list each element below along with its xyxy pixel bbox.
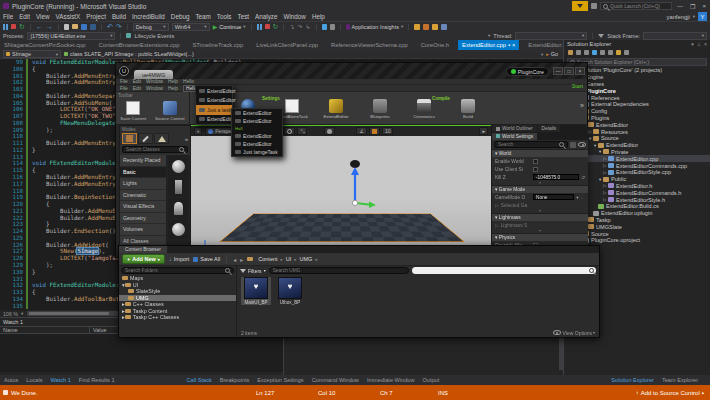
transform-gizmo[interactable]: [333, 157, 377, 221]
checkbox[interactable]: [533, 167, 538, 172]
menu-view[interactable]: View: [33, 13, 53, 20]
import-button[interactable]: ↓Import: [169, 256, 190, 262]
asset-search-input-focused[interactable]: [412, 267, 596, 274]
go-button[interactable]: ▸ Go: [546, 51, 560, 57]
filters-button[interactable]: Filters▾: [240, 268, 266, 274]
menu-item-ExtendEditor[interactable]: ExtendEditor: [196, 115, 232, 125]
feedback-smiley-icon[interactable]: [591, 3, 597, 9]
details-grid-icon[interactable]: [570, 142, 576, 148]
pin-icon[interactable]: ⊥: [697, 41, 701, 47]
content-browser-tab[interactable]: Content Browser: [119, 246, 167, 253]
dropdown[interactable]: None: [533, 194, 574, 200]
feedback-filter-icon[interactable]: [572, 1, 588, 11]
mode-category-Basic[interactable]: Basic: [120, 167, 166, 179]
zoom-level[interactable]: 106 %: [0, 311, 21, 317]
section-Lightmass[interactable]: ▾ Lightmass: [492, 213, 588, 221]
doc-tab-LiveLinkClientPanel.cpp[interactable]: LiveLinkClientPanel.cpp: [252, 40, 322, 50]
source-control-button[interactable]: Source Control: [151, 99, 189, 121]
tab-world-settings[interactable]: World Settings: [492, 133, 537, 140]
back-icon[interactable]: ◂: [233, 256, 236, 263]
chevron-down-icon[interactable]: ▾: [541, 52, 543, 57]
menu-tools[interactable]: Tools: [214, 13, 235, 20]
search-classes-input[interactable]: Search Classes: [122, 146, 188, 153]
show-all-files-icon[interactable]: [616, 50, 621, 55]
menu-edit[interactable]: Edit: [16, 13, 33, 20]
panel-tab-Solution Explorer[interactable]: Solution Explorer: [607, 377, 658, 383]
watch-grid[interactable]: [0, 334, 283, 372]
menu-help[interactable]: Help: [309, 13, 328, 20]
doc-tab-ContentBrowserExtensions.cpp[interactable]: ContentBrowserExtensions.cpp: [95, 40, 184, 50]
continue-button[interactable]: ▶ Continue ▾: [213, 23, 246, 30]
ue-toolbar-blueprints-button[interactable]: Blueprints: [360, 97, 400, 119]
bookmark-icon[interactable]: [322, 24, 327, 30]
ue-menu-file[interactable]: File: [120, 86, 128, 91]
lifecycle-label[interactable]: Lifecycle Events: [134, 33, 174, 39]
mode-landscape-tab[interactable]: [154, 133, 169, 144]
panel-tab-Find Results 1[interactable]: Find Results 1: [75, 377, 119, 383]
submenu-item-ExtendEditor[interactable]: ExtendEditor: [232, 140, 282, 148]
submenu-item-Just IamgeTask[interactable]: Just IamgeTask: [232, 148, 282, 156]
checkbox[interactable]: [533, 159, 538, 164]
ue-toolbar-build-button[interactable]: Build: [448, 97, 488, 119]
submenu-item-ExtendEditor[interactable]: ExtendEditor: [232, 117, 282, 125]
stop-debugging-icon[interactable]: [265, 24, 270, 29]
tab-world-outliner[interactable]: World Outliner: [492, 125, 537, 132]
refresh-icon[interactable]: [600, 50, 605, 55]
grid-snap-icon[interactable]: [369, 127, 380, 135]
chevron-down-icon[interactable]: ▾: [21, 311, 23, 316]
asset-MainUI_BP[interactable]: ♥MainUI_BP: [241, 277, 271, 305]
submenu-item-ExtendEditor[interactable]: ExtendEditor: [232, 132, 282, 140]
section-Game Mode[interactable]: ▾ Game Mode: [492, 185, 588, 193]
close-button[interactable]: ×: [700, 3, 708, 9]
mode-category-Lights[interactable]: Lights: [120, 178, 166, 190]
menu-test[interactable]: Test: [235, 13, 253, 20]
menu-incredibuild[interactable]: IncrediBuild: [129, 13, 168, 20]
process-combo[interactable]: [17556] UE4Editor.exe▾: [27, 32, 115, 40]
panel-tab-Call Stack[interactable]: Call Stack: [183, 377, 216, 383]
step-over-icon[interactable]: ↷: [297, 23, 302, 30]
doc-tab-ExtendEditor.cpp[interactable]: ExtendEditor.cpp▪×: [458, 40, 519, 50]
grid-snap-value[interactable]: 10: [382, 127, 394, 135]
mode-category-Cinematic[interactable]: Cinematic: [120, 190, 166, 202]
mode-place-tab[interactable]: [122, 133, 137, 144]
ue-window-tab[interactable]: ue4MWG: [134, 70, 173, 79]
world-settings-search-input[interactable]: Search: [494, 141, 568, 148]
switch-views-icon[interactable]: [576, 50, 581, 55]
new-file-icon[interactable]: [64, 24, 69, 30]
break-all-icon[interactable]: [257, 24, 262, 30]
watch-col-name[interactable]: Name: [0, 327, 90, 333]
rotate-tool-icon[interactable]: [284, 127, 295, 135]
mode-category-Volumes[interactable]: Volumes: [120, 224, 166, 236]
menu-build[interactable]: Build: [109, 13, 129, 20]
undo-icon[interactable]: ↶: [107, 23, 113, 31]
vax-icon-2[interactable]: [423, 24, 429, 30]
solution-search-input[interactable]: Search Solution Explorer (Ctrl+;): [567, 58, 707, 66]
comment-icon[interactable]: [330, 24, 335, 30]
doc-tab-CoreOne.h[interactable]: CoreOne.h: [417, 40, 453, 50]
navigate-back-icon[interactable]: ←: [36, 23, 43, 30]
ue-maximize-button[interactable]: □: [564, 67, 574, 75]
user-name[interactable]: yanfengji: [667, 14, 690, 20]
sync-icon[interactable]: [592, 50, 597, 55]
definition-field[interactable]: class SLATE_API SImage : public SLeafWid…: [64, 51, 538, 57]
save-current-button[interactable]: Save Current: [116, 99, 150, 121]
placeables-list[interactable]: [166, 155, 190, 257]
menu-team[interactable]: Team: [192, 13, 213, 20]
save-icon[interactable]: [81, 24, 87, 30]
mode-paint-tab[interactable]: [138, 133, 153, 144]
solution-platform-combo[interactable]: Win64▾: [172, 23, 210, 31]
ue-menu-file[interactable]: File: [120, 79, 128, 84]
close-icon[interactable]: ×: [704, 41, 707, 47]
add-new-button[interactable]: +Add New▾: [122, 254, 165, 264]
ue-menu-hello[interactable]: Hello: [183, 79, 194, 84]
breadcrumb[interactable]: Content▸UI▸UMG▸: [247, 256, 317, 262]
viewport-options-dropdown[interactable]: ▾: [194, 127, 202, 135]
pending-changes-icon[interactable]: [584, 50, 589, 55]
stack-frame-combo[interactable]: ▾: [643, 32, 707, 40]
ue-menu-edit[interactable]: Edit: [133, 79, 141, 84]
vax-icon-4[interactable]: [441, 24, 447, 30]
collapse-all-icon[interactable]: [608, 50, 613, 55]
menu-item-ExtendEditor[interactable]: ExtendEditor: [196, 96, 232, 106]
ue-menu-help[interactable]: Help: [168, 86, 178, 91]
restart-debugging-icon[interactable]: ↻: [273, 24, 279, 30]
